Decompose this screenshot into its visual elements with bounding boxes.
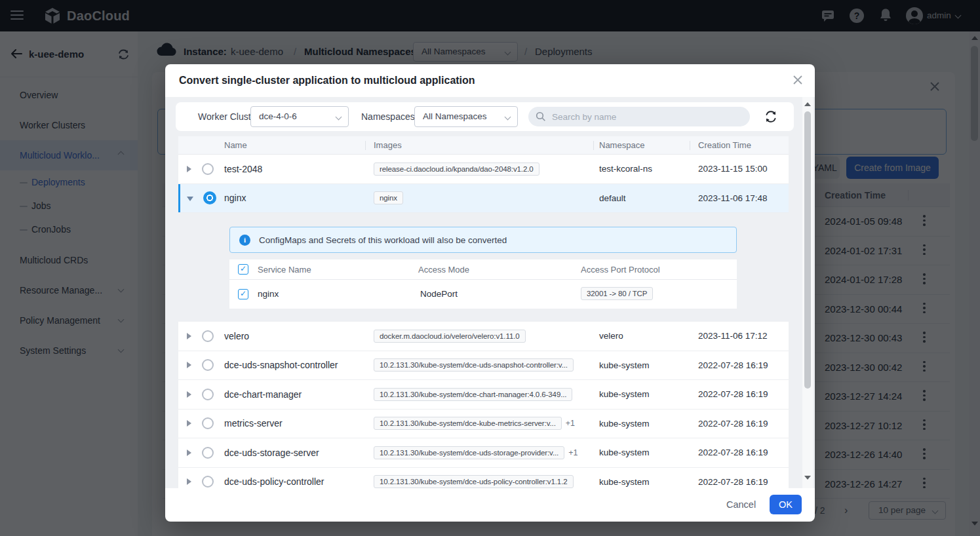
more-images-count: +1: [566, 419, 575, 428]
namespaces-label: Namespaces: [361, 102, 415, 131]
modal-title: Convert single-cluster application to mu…: [179, 64, 475, 97]
header-service-name: Service Name: [258, 259, 311, 280]
modal-footer: Cancel OK: [165, 488, 815, 522]
select-workload-radio[interactable]: [203, 191, 216, 204]
select-workload-radio[interactable]: [202, 359, 214, 371]
workload-row[interactable]: velerodocker.m.daocloud.io/velero/velero…: [178, 322, 789, 351]
workload-namespace: kube-system: [599, 477, 698, 487]
workload-name: nginx: [224, 193, 374, 203]
workload-image-chip: 10.2.131.30/kube-system/dce-chart-manage…: [374, 388, 572, 401]
scroll-up-icon[interactable]: [804, 102, 811, 106]
workload-creation-time: 2023-11-06 17:12: [698, 331, 789, 341]
worker-cluster-value: dce-4-0-6: [259, 111, 297, 121]
workload-creation-time: 2022-07-28 16:19: [698, 448, 789, 457]
workload-image-chip: docker.m.daocloud.io/velero/velero:v1.11…: [374, 330, 526, 343]
info-icon: i: [239, 235, 250, 246]
workload-row[interactable]: nginxnginxdefault2023-11-06 17:48: [178, 184, 789, 214]
modal-scrollbar-thumb[interactable]: [804, 111, 811, 389]
header-access-port-protocol: Access Port Protocol: [581, 259, 660, 280]
header-images: Images: [374, 140, 599, 150]
convert-modal: Convert single-cluster application to mu…: [165, 64, 815, 522]
search-input[interactable]: [551, 107, 741, 126]
workloads-table: Name Images Namespace Creation Time test…: [178, 136, 789, 488]
modal-scrollbar[interactable]: [802, 97, 813, 488]
expand-row-icon[interactable]: [187, 166, 191, 172]
workload-creation-time: 2023-11-06 17:48: [698, 193, 789, 203]
app: DaoCloud ? admin k-uee-demo Overvie: [0, 0, 980, 536]
select-service-checkbox[interactable]: [238, 289, 248, 299]
select-workload-radio[interactable]: [202, 389, 214, 400]
collapse-row-icon[interactable]: [187, 197, 193, 201]
workload-row[interactable]: metrics-server10.2.131.30/kube-system/dc…: [178, 410, 789, 439]
workload-name: test-2048: [224, 164, 374, 174]
workload-creation-time: 2022-07-28 16:19: [698, 360, 789, 370]
workload-row[interactable]: dce-chart-manager10.2.131.30/kube-system…: [178, 380, 789, 410]
select-workload-radio[interactable]: [202, 330, 214, 342]
workload-namespace: test-kcoral-ns: [599, 164, 698, 174]
service-row[interactable]: nginx NodePort 32001 -> 80 / TCP: [229, 280, 737, 309]
select-workload-radio[interactable]: [202, 447, 214, 459]
workload-row[interactable]: dce-uds-storage-server10.2.131.30/kube-s…: [178, 438, 789, 468]
expand-row-icon[interactable]: [187, 420, 191, 427]
workload-image-chip: 10.2.131.30/kube-system/dce-uds-policy-c…: [374, 475, 574, 488]
namespaces-value: All Namespaces: [423, 111, 487, 121]
namespaces-select[interactable]: All Namespaces: [414, 106, 518, 127]
workload-image-chip: release-ci.daocloud.io/kpanda/dao-2048:v…: [374, 163, 539, 176]
modal-filter-bar: Worker Cluster dce-4-0-6 Namespaces All …: [176, 102, 794, 131]
workload-creation-time: 2023-11-15 15:00: [698, 164, 789, 174]
header-access-mode: Access Mode: [418, 259, 469, 280]
header-name: Name: [224, 140, 374, 150]
select-workload-radio[interactable]: [202, 476, 214, 488]
services-table-header: Service Name Access Mode Access Port Pro…: [229, 259, 737, 280]
workload-name: dce-uds-policy-controller: [224, 476, 374, 487]
expanded-workload-section: i ConfigMaps and Secrets of this workloa…: [178, 213, 789, 322]
cancel-button[interactable]: Cancel: [726, 488, 756, 522]
workload-row[interactable]: dce-uds-policy-controller10.2.131.30/kub…: [178, 468, 789, 489]
expand-row-icon[interactable]: [187, 478, 191, 485]
search-icon: [536, 111, 546, 122]
select-workload-radio[interactable]: [202, 417, 214, 429]
expand-row-icon[interactable]: [187, 450, 191, 456]
workload-row[interactable]: dce-uds-snapshot-controller10.2.131.30/k…: [178, 351, 789, 381]
ok-button[interactable]: OK: [770, 495, 802, 514]
workload-image-chip: 10.2.131.30/kube-system/dce-kube-metrics…: [374, 417, 562, 430]
modal-close-icon[interactable]: [793, 75, 803, 85]
select-all-services-checkbox[interactable]: [238, 264, 248, 275]
workload-namespace: velero: [599, 331, 698, 341]
workloads-table-header: Name Images Namespace Creation Time: [178, 136, 789, 155]
select-workload-radio[interactable]: [202, 163, 214, 175]
workload-name: metrics-server: [224, 418, 374, 429]
more-images-count: +1: [568, 448, 578, 457]
workload-creation-time: 2022-07-28 16:19: [698, 477, 789, 487]
service-access-mode: NodePort: [420, 280, 458, 309]
workload-image-chip: nginx: [374, 191, 403, 204]
workload-image-chip: 10.2.131.30/kube-system/dce-uds-snapshot…: [374, 358, 574, 372]
service-port-chip: 32001 -> 80 / TCP: [581, 287, 653, 300]
chevron-down-icon: [505, 114, 511, 121]
workload-row[interactable]: test-2048release-ci.daocloud.io/kpanda/d…: [178, 155, 789, 184]
workload-image-chip: 10.2.131.30/kube-system/dce-uds-storage-…: [374, 446, 564, 459]
workload-namespace: kube-system: [599, 389, 698, 399]
convert-info-text: ConfigMaps and Secrets of this workload …: [259, 227, 507, 254]
workload-namespace: default: [599, 193, 698, 203]
chevron-down-icon: [336, 114, 342, 121]
expand-row-icon[interactable]: [187, 362, 191, 368]
header-namespace: Namespace: [599, 140, 698, 150]
expand-row-icon[interactable]: [187, 333, 191, 339]
workload-name: dce-uds-storage-server: [224, 448, 374, 458]
header-creation-time: Creation Time: [698, 140, 789, 150]
workload-name: dce-uds-snapshot-controller: [224, 360, 374, 370]
workload-namespace: kube-system: [599, 360, 698, 370]
workload-creation-time: 2022-07-28 16:19: [698, 419, 789, 429]
scroll-down-icon[interactable]: [804, 476, 811, 480]
workload-creation-time: 2022-07-28 16:19: [698, 389, 789, 399]
search-box[interactable]: [528, 107, 750, 126]
refresh-icon[interactable]: [764, 110, 777, 123]
workload-name: velero: [224, 331, 374, 341]
modal-header: Convert single-cluster application to mu…: [165, 64, 815, 97]
expand-row-icon[interactable]: [187, 391, 191, 398]
workload-namespace: kube-system: [599, 419, 698, 429]
modal-body: Worker Cluster dce-4-0-6 Namespaces All …: [165, 97, 815, 488]
worker-cluster-select[interactable]: dce-4-0-6: [250, 106, 349, 127]
workload-name: dce-chart-manager: [224, 389, 374, 400]
